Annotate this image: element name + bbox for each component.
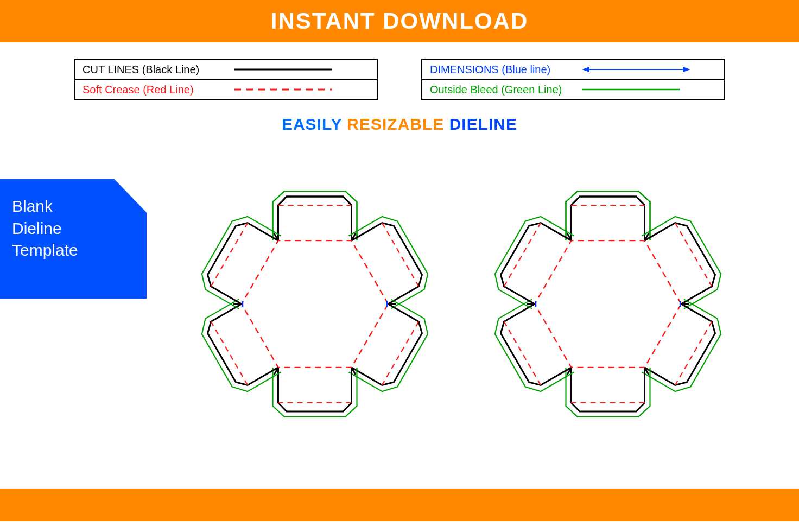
footer-bar xyxy=(0,489,799,521)
legend-label: DIMENSIONS (Blue line) xyxy=(430,64,582,76)
legend-row: CUT LINES (Black Line) Soft Crease (Red … xyxy=(0,59,799,100)
dieline-right xyxy=(489,191,727,417)
badge-line: Dieline xyxy=(12,218,135,240)
dimension-arrow-sample xyxy=(582,60,716,79)
header-bar: INSTANT DOWNLOAD xyxy=(0,0,799,42)
sub-word-resizable: RESIZABLE xyxy=(347,115,444,133)
badge-line: Blank xyxy=(12,195,135,218)
svg-marker-3 xyxy=(582,67,589,72)
legend-box-left: CUT LINES (Black Line) Soft Crease (Red … xyxy=(74,59,378,100)
legend-label: CUT LINES (Black Line) xyxy=(83,64,234,76)
cut-line-sample xyxy=(234,60,369,79)
legend-box-right: DIMENSIONS (Blue line) Outside Bleed (Gr… xyxy=(421,59,725,100)
legend-label: Soft Crease (Red Line) xyxy=(83,84,234,96)
badge-line: Template xyxy=(12,239,135,262)
legend-bleed: Outside Bleed (Green Line) xyxy=(422,79,724,99)
dieline-left xyxy=(196,191,434,417)
svg-marker-4 xyxy=(683,67,690,72)
legend-dimensions: DIMENSIONS (Blue line) xyxy=(422,60,724,79)
header-title: INSTANT DOWNLOAD xyxy=(271,8,529,34)
legend-label: Outside Bleed (Green Line) xyxy=(430,84,582,96)
side-badge: Blank Dieline Template xyxy=(0,179,147,299)
legend-cut-lines: CUT LINES (Black Line) xyxy=(75,60,377,79)
bleed-line-sample xyxy=(582,80,716,99)
legend-soft-crease: Soft Crease (Red Line) xyxy=(75,79,377,99)
sub-word-easily: EASILY xyxy=(282,115,342,133)
sub-word-dieline: DIELINE xyxy=(449,115,517,133)
crease-line-sample xyxy=(234,80,369,99)
subheading: EASILY RESIZABLE DIELINE xyxy=(0,115,799,134)
dieline-diagrams xyxy=(157,147,798,461)
